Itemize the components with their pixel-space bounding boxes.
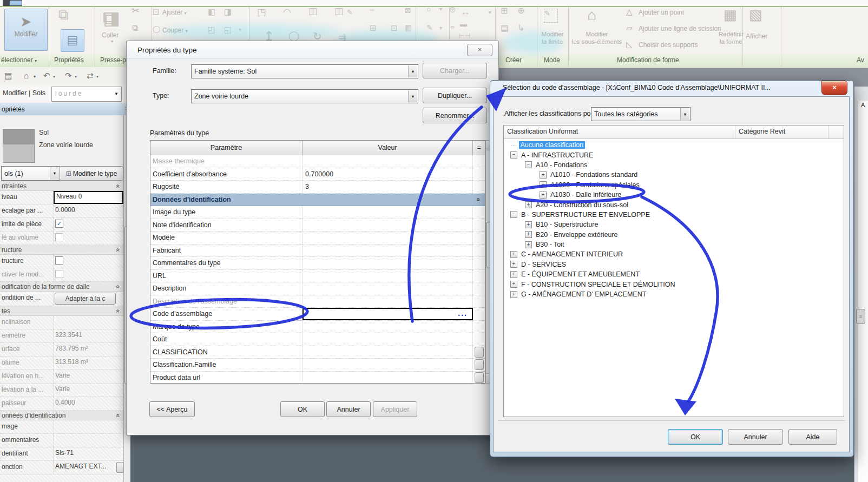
- undo-icon[interactable]: ↶: [43, 71, 50, 81]
- palette-row-value[interactable]: Varie: [54, 370, 123, 383]
- reset-shape-button[interactable]: Redéfinirla forme: [715, 30, 747, 45]
- ribbon-tool-icon[interactable]: ▦: [724, 8, 737, 22]
- parameter-row[interactable]: Masse thermique: [150, 155, 485, 168]
- tree-expander-plus[interactable]: +: [510, 291, 517, 298]
- type-properties-icon[interactable]: ▤: [61, 29, 84, 52]
- tree-item-label[interactable]: B20 - Enveloppe extérieure: [536, 231, 617, 239]
- palette-row-value[interactable]: [54, 255, 123, 268]
- tree-item[interactable]: +B10 - Superstructure: [506, 220, 844, 229]
- ribbon-tool-icon[interactable]: ⊠: [405, 6, 411, 14]
- ok-button[interactable]: OK: [280, 401, 325, 417]
- modify-sub-elements-button[interactable]: Modifierles sous-éléments: [570, 30, 624, 45]
- chevron-down-icon[interactable]: ▾: [75, 74, 77, 79]
- group-label-properties[interactable]: Propriétés: [54, 56, 84, 64]
- palette-row-value[interactable]: Niveau 0: [54, 191, 123, 204]
- ribbon-tool-icon[interactable]: ◧: [208, 8, 215, 16]
- parameter-row[interactable]: Coût: [150, 333, 485, 346]
- modify-button[interactable]: ➤ Modifier: [4, 9, 48, 51]
- tree-expander-minus[interactable]: −: [510, 151, 517, 159]
- preview-button[interactable]: << Aperçu: [149, 401, 195, 417]
- ribbon-tool-icon[interactable]: ▧: [749, 8, 762, 22]
- show-button[interactable]: Afficher: [746, 32, 767, 40]
- duplicate-button[interactable]: Dupliquer...: [423, 88, 487, 103]
- type-preview[interactable]: Sol Zone voirie lourde: [0, 115, 123, 166]
- tree-expander-plus[interactable]: +: [510, 261, 517, 268]
- parameter-value[interactable]: [303, 245, 473, 257]
- tree-expander-minus[interactable]: −: [525, 161, 532, 168]
- type-selector-combo[interactable]: lourde ▼: [51, 87, 122, 102]
- palette-row-value[interactable]: [54, 420, 123, 433]
- associate-param-button[interactable]: [475, 359, 484, 370]
- parameter-row[interactable]: Coefficient d'absorbance0.700000: [150, 168, 485, 181]
- tree-item-label[interactable]: Aucune classification: [519, 141, 586, 149]
- tree-expander-plus[interactable]: +: [540, 171, 547, 179]
- ribbon-tool-icon[interactable]: ↔: [461, 8, 470, 17]
- tree-item[interactable]: +E - ÉQUIPEMENT ET AMEUBLEMENT: [506, 269, 844, 279]
- group-label-shape-edit[interactable]: Modification de forme: [617, 56, 679, 64]
- type-combo[interactable]: Zone voirie lourde ▼: [191, 89, 418, 103]
- tree-item[interactable]: +B30 - Toit: [506, 240, 844, 249]
- tree-item-label[interactable]: E - ÉQUIPEMENT ET AMEUBLEMENT: [521, 270, 640, 278]
- chevron-down-icon[interactable]: ▾: [96, 74, 98, 79]
- parameter-value[interactable]: [303, 282, 473, 295]
- tree-item-label[interactable]: A1020 - Fondations spéciales: [550, 181, 640, 189]
- parameter-group-header[interactable]: Données d'identification«: [150, 194, 485, 207]
- parameter-value[interactable]: [303, 155, 473, 168]
- parameter-row[interactable]: URL: [150, 270, 485, 283]
- palette-section[interactable]: ructure«: [0, 245, 123, 255]
- ribbon-tool-icon[interactable]: ⊞: [501, 6, 508, 15]
- tree-expander-plus[interactable]: +: [510, 271, 517, 278]
- parameter-row[interactable]: Description de l'assemblage: [150, 295, 485, 308]
- ribbon-tool-icon[interactable]: ◺: [626, 40, 633, 48]
- copy-icon[interactable]: ⧉: [132, 24, 138, 32]
- add-split-line-button[interactable]: Ajouter une ligne de scission: [639, 25, 721, 32]
- parameter-value[interactable]: [303, 346, 473, 359]
- palette-row-value[interactable]: Sls-71: [54, 447, 123, 460]
- parameter-value[interactable]: ...: [303, 308, 473, 320]
- palette-row-value[interactable]: Adapter à la c: [54, 292, 123, 306]
- palette-row-value[interactable]: 323.3541: [54, 329, 123, 342]
- ribbon-tool-icon[interactable]: ○: [426, 5, 431, 13]
- tree-item[interactable]: +A20 - Construction du sous-sol: [506, 200, 844, 209]
- pick-supports-button[interactable]: Choisir des supports: [639, 41, 698, 49]
- tree-expander-plus[interactable]: +: [525, 241, 532, 248]
- tree-item[interactable]: +D - SERVICES: [506, 260, 844, 269]
- parameter-value[interactable]: [303, 270, 473, 282]
- ribbon-tool-icon[interactable]: ◨: [103, 9, 120, 27]
- ribbon-tool-icon[interactable]: ✎: [426, 24, 433, 31]
- parameter-value[interactable]: [303, 359, 473, 371]
- paste-dropdown-icon[interactable]: ▾: [111, 39, 113, 44]
- tree-item-label[interactable]: A20 - Construction du sous-sol: [536, 201, 628, 209]
- ribbon-tool-icon[interactable]: ✂: [132, 6, 139, 15]
- parameter-value[interactable]: [303, 257, 473, 269]
- checkbox[interactable]: [55, 256, 63, 265]
- dialog-title-bar[interactable]: Propriétés du type: [127, 41, 498, 59]
- group-label-advanced[interactable]: Av: [857, 56, 864, 64]
- palette-section[interactable]: onnées d'identification«: [0, 411, 123, 420]
- column-header-parameter[interactable]: Paramètre: [150, 141, 303, 155]
- tree-item[interactable]: −A - INFRASTRUCTURE: [506, 150, 844, 160]
- parameter-value[interactable]: [303, 219, 473, 232]
- collapse-chevron-icon[interactable]: «: [115, 413, 122, 417]
- collapse-chevron-icon[interactable]: «: [115, 285, 122, 288]
- family-combo[interactable]: Famille système: Sol ▼: [191, 64, 418, 78]
- palette-value-button[interactable]: Adapter à la c: [55, 293, 116, 305]
- palette-row-value[interactable]: 783.795 m²: [54, 343, 123, 356]
- palette-section[interactable]: ntraintes«: [0, 181, 123, 191]
- tree-expander-plus[interactable]: +: [525, 221, 532, 228]
- ok-button[interactable]: OK: [668, 429, 723, 445]
- tree-item-label[interactable]: B30 - Toit: [536, 241, 564, 248]
- ribbon-tool-icon[interactable]: ◫: [334, 6, 343, 16]
- tree-item[interactable]: +A1010 - Fondations standard: [506, 170, 844, 180]
- cancel-button[interactable]: Annuler: [326, 401, 371, 417]
- tree-item-label[interactable]: C - AMENAGEMENT INTERIEUR: [521, 250, 623, 258]
- checkbox[interactable]: [55, 270, 63, 278]
- palette-row-value[interactable]: 0.0000: [54, 204, 123, 217]
- tree-item[interactable]: −A10 - Fondations: [506, 160, 844, 170]
- save-icon[interactable]: ▤: [4, 71, 12, 81]
- ribbon-tool-icon[interactable]: ▾: [489, 10, 491, 15]
- collapse-chevron-icon[interactable]: «: [115, 309, 122, 313]
- tree-item-label[interactable]: B10 - Superstructure: [536, 221, 598, 228]
- chevron-down-icon[interactable]: ▼: [680, 108, 689, 120]
- rename-button[interactable]: Renommer...: [423, 108, 487, 123]
